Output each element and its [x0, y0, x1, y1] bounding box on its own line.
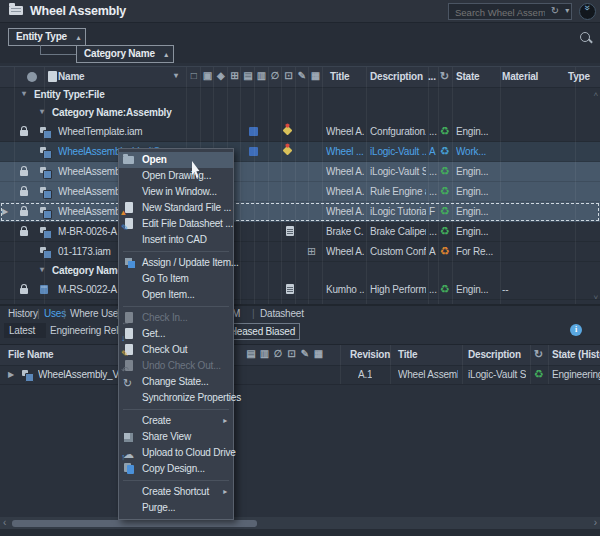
menu-item-go-to-item[interactable]: Go To Item [119, 271, 233, 287]
bom-grid-icon[interactable]: ▦ [312, 348, 326, 359]
menu-item-create[interactable]: Create▸ [119, 413, 233, 429]
column-header-state-history[interactable]: State (History) [552, 349, 600, 360]
column-header-state[interactable]: State [456, 71, 479, 82]
group-chip-entity-type[interactable]: Entity Type ▴ [8, 28, 86, 46]
viewable-icon[interactable]: ⊡ [285, 348, 299, 359]
column-header-material[interactable]: Material [502, 71, 538, 82]
lock-icon [20, 288, 28, 294]
column-header-description[interactable]: Description [370, 71, 423, 82]
scroll-right-icon[interactable]: › [594, 517, 597, 529]
tag-icon[interactable]: ◈ [214, 70, 228, 81]
drawing-file-icon[interactable]: ▥ [255, 70, 269, 81]
attachment-icon[interactable]: ∅ [268, 70, 282, 81]
menu-item-edit-file-datasheet[interactable]: ✎Edit File Datasheet ... [119, 216, 233, 232]
table-row[interactable]: WheelAssembl...Wheel A...iLogic-Vault S.… [0, 162, 600, 182]
menu-item-copy-design[interactable]: Copy Design... [119, 461, 233, 477]
table-row[interactable]: ▶WheelAssembl...Wheel A...iLogic Tutoria… [0, 202, 600, 222]
tab-history[interactable]: History [8, 308, 38, 319]
grid-line [366, 67, 367, 304]
menu-item-assign-update-item[interactable]: Assign / Update Item... [119, 255, 233, 271]
material-cell: -- [502, 284, 574, 295]
table-row[interactable]: WheelAssembl...Wheel A...Rule Engine a..… [0, 182, 600, 202]
state-refresh-icon[interactable]: ↻ [440, 70, 449, 83]
checkbox-icon[interactable]: □ [187, 70, 201, 81]
scroll-down-icon[interactable]: ˅ [594, 293, 598, 302]
column-header-type[interactable]: Type [568, 71, 590, 82]
image-file-icon[interactable]: ▤ [244, 348, 258, 359]
table-row[interactable]: WheelTemplate.iamWheel A...Confguration.… [0, 122, 600, 142]
column-header-title[interactable]: Title [398, 349, 417, 360]
menu-item-insert-into-cad[interactable]: Insert into CAD [119, 232, 233, 248]
scrollbar-thumb[interactable] [12, 520, 257, 527]
tab-datasheet[interactable]: Datasheet [260, 308, 304, 319]
hierarchy-icon[interactable]: ⊞ [228, 70, 242, 81]
table-row[interactable]: M-BR-0026-A B...Brake C...Brake Caliper … [0, 222, 600, 242]
column-header-file-name[interactable]: File Name [8, 349, 53, 360]
edit-properties-icon[interactable]: ✎ [295, 70, 309, 81]
menu-item-change-state[interactable]: ↻Change State... [119, 374, 233, 390]
info-icon[interactable]: i [570, 324, 582, 336]
menu-item-new-standard-file[interactable]: ▴New Standard File ... [119, 200, 233, 216]
expand-row-icon[interactable]: ▶ [8, 370, 14, 379]
undo-check-out-icon: ↶ [123, 360, 136, 372]
menu-item-upload-to-cloud-drive[interactable]: ☁↑Upload to Cloud Drive [119, 445, 233, 461]
menu-item-check-out[interactable]: ✎Check Out [119, 342, 233, 358]
menu-item-open-drawing[interactable]: Open Drawing... [119, 168, 233, 184]
menu-item-view-in-window[interactable]: View in Window... [119, 184, 233, 200]
file-type-icon[interactable] [48, 71, 57, 82]
description-cell: iLogic-Vault S... [370, 166, 426, 177]
status-circle-icon[interactable] [27, 72, 37, 82]
description-cell: iLogic Tutoria... [370, 206, 426, 217]
state-refresh-icon[interactable]: ↻ [534, 348, 543, 361]
state-cell: Engineering ... [552, 369, 600, 380]
column-header-title[interactable]: Title [330, 71, 349, 82]
state-cell: For Re... [456, 246, 500, 257]
group-chip-category-name[interactable]: Category Name ▴ [76, 45, 174, 63]
search-toggle-icon[interactable] [580, 32, 590, 42]
column-header-revision[interactable]: Revision [350, 349, 390, 360]
column-header-name[interactable]: Name [58, 71, 84, 82]
search-dropdown-icon[interactable]: ▾ [565, 6, 569, 15]
table-row[interactable]: WheelAssembly_VaultSearch...Wheel ...iLo… [0, 142, 600, 162]
state-cell: Engin... [456, 206, 500, 217]
group-row[interactable]: ▾Category Name:Part [0, 262, 600, 280]
search-input[interactable] [453, 5, 547, 19]
viewable-icon[interactable]: ⊡ [282, 70, 296, 81]
menu-item-purge[interactable]: Purge... [119, 500, 233, 516]
collapse-icon: ▾ [22, 89, 26, 98]
group-row[interactable]: ▾Category Name:Assembly [0, 104, 600, 122]
version-filter-dropdown[interactable]: Latest [4, 323, 46, 338]
horizontal-scrollbar[interactable]: ‹ › [0, 517, 600, 529]
group-chip-label: Category Name [84, 48, 155, 59]
tags-icon[interactable]: ▣ [201, 70, 215, 81]
edit-properties-icon[interactable]: ✎ [298, 348, 312, 359]
column-header-description[interactable]: Description [468, 349, 521, 360]
image-file-icon[interactable]: ▤ [241, 70, 255, 81]
state-icon: ♻ [440, 225, 450, 238]
lock-icon [20, 130, 28, 136]
menu-item-open[interactable]: Open [119, 152, 233, 168]
bom-grid-icon[interactable]: ▦ [309, 70, 323, 81]
scroll-up-icon[interactable]: ˄ [594, 90, 598, 99]
scroll-left-icon[interactable]: ‹ [3, 517, 6, 529]
title-cell: Wheel ... [326, 146, 364, 157]
grid-line [438, 67, 439, 304]
group-row[interactable]: ▾Entity Type:File [0, 86, 600, 104]
vault-menu-button[interactable]: » [579, 3, 596, 20]
table-row[interactable]: 01-1173.iam⊞Wheel A...Custom Conf...A♻Fo… [0, 242, 600, 262]
drawing-file-icon[interactable]: ▥ [258, 348, 272, 359]
search-options-icon[interactable]: ↻ [551, 5, 559, 16]
menu-item-synchronize-properties[interactable]: Synchronize Properties [119, 390, 233, 406]
menu-item-share-view[interactable]: Share View [119, 429, 233, 445]
group-label: Category Name:Assembly [52, 107, 172, 118]
grid-line [308, 67, 309, 304]
menu-item-get[interactable]: ↓Get... [119, 326, 233, 342]
attachment-icon[interactable]: ∅ [271, 348, 285, 359]
name-filter-dropdown-icon[interactable]: ▾ [174, 71, 178, 80]
menu-separator [123, 251, 229, 252]
table-row[interactable]: M-RS-0022-A K...Kumho ...High Perform...… [0, 280, 600, 300]
menu-item-create-shortcut[interactable]: Create Shortcut▸ [119, 484, 233, 500]
menu-item-open-item[interactable]: Open Item... [119, 287, 233, 303]
uses-grid-row[interactable]: ▶ WheelAssembly_VaultSearch... A.1 Wheel… [0, 365, 600, 385]
column-header-dots[interactable]: ... [428, 71, 436, 82]
